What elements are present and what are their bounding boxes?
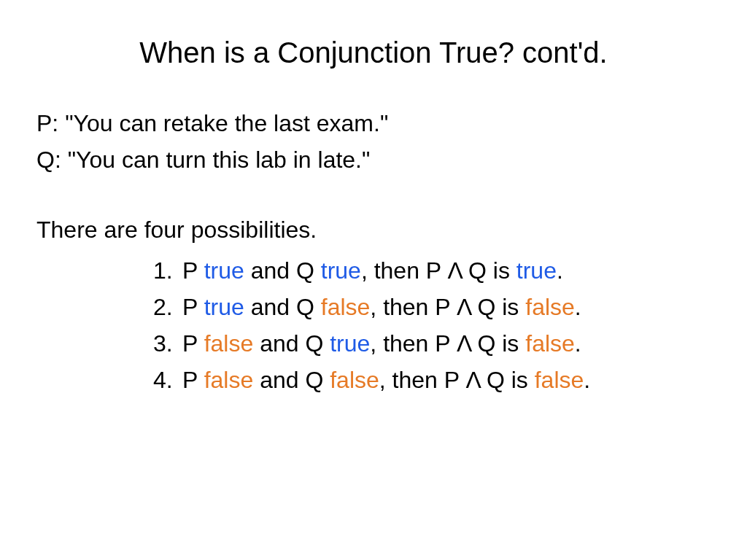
poss-3-qval: true — [330, 330, 370, 357]
poss-1-rval: true — [516, 257, 557, 284]
proposition-q: Q: "You can turn this lab in late." — [36, 142, 711, 177]
poss-3-pval: false — [204, 330, 254, 357]
slide-title: When is a Conjunction True? cont'd. — [36, 36, 711, 69]
poss-4-pval: false — [204, 367, 254, 393]
possibility-1: 1.P true and Q true, then P Λ Q is true. — [153, 253, 711, 288]
poss-3-num: 3. — [153, 326, 182, 361]
poss-4-rval: false — [535, 367, 584, 393]
poss-4-b: and Q — [253, 367, 330, 393]
possibility-4: 4.P false and Q false, then P Λ Q is fal… — [153, 362, 711, 397]
possibility-3: 3.P false and Q true, then P Λ Q is fals… — [153, 326, 711, 361]
prop-p-label: P: — [36, 110, 58, 136]
poss-4-num: 4. — [153, 362, 182, 397]
slide-container: When is a Conjunction True? cont'd. P: "… — [0, 0, 747, 560]
poss-2-pval: true — [204, 294, 244, 320]
poss-3-rval: false — [525, 330, 575, 357]
poss-1-pval: true — [204, 257, 244, 284]
possibilities-list: 1.P true and Q true, then P Λ Q is true.… — [153, 253, 711, 397]
poss-3-d: . — [575, 330, 581, 357]
proposition-p: P: "You can retake the last exam." — [36, 106, 711, 141]
poss-4-qval: false — [330, 367, 379, 393]
poss-3-b: and Q — [253, 330, 330, 357]
poss-4-c: , then P Λ Q is — [379, 367, 535, 393]
poss-2-b: and Q — [244, 294, 321, 320]
poss-4-a: P — [182, 367, 204, 393]
prop-q-text: "You can turn this lab in late." — [68, 147, 371, 173]
poss-2-a: P — [182, 294, 204, 320]
poss-1-a: P — [182, 257, 204, 284]
poss-2-rval: false — [525, 294, 575, 320]
possibility-2: 2.P true and Q false, then P Λ Q is fals… — [153, 289, 711, 324]
poss-2-qval: false — [321, 294, 371, 320]
poss-1-qval: true — [321, 257, 361, 284]
poss-2-c: , then P Λ Q is — [370, 294, 525, 320]
poss-3-a: P — [182, 330, 204, 357]
possibilities-intro: There are four possibilities. — [36, 212, 711, 247]
poss-1-b: and Q — [244, 257, 321, 284]
poss-4-d: . — [584, 367, 590, 393]
poss-1-num: 1. — [153, 253, 182, 288]
poss-2-d: . — [575, 294, 581, 320]
poss-1-d: . — [557, 257, 563, 284]
poss-1-c: , then P Λ Q is — [361, 257, 516, 284]
slide-content: P: "You can retake the last exam." Q: "Y… — [36, 106, 711, 397]
poss-3-c: , then P Λ Q is — [370, 330, 525, 357]
prop-p-text: "You can retake the last exam." — [65, 110, 388, 136]
poss-2-num: 2. — [153, 289, 182, 324]
prop-q-label: Q: — [36, 147, 61, 173]
